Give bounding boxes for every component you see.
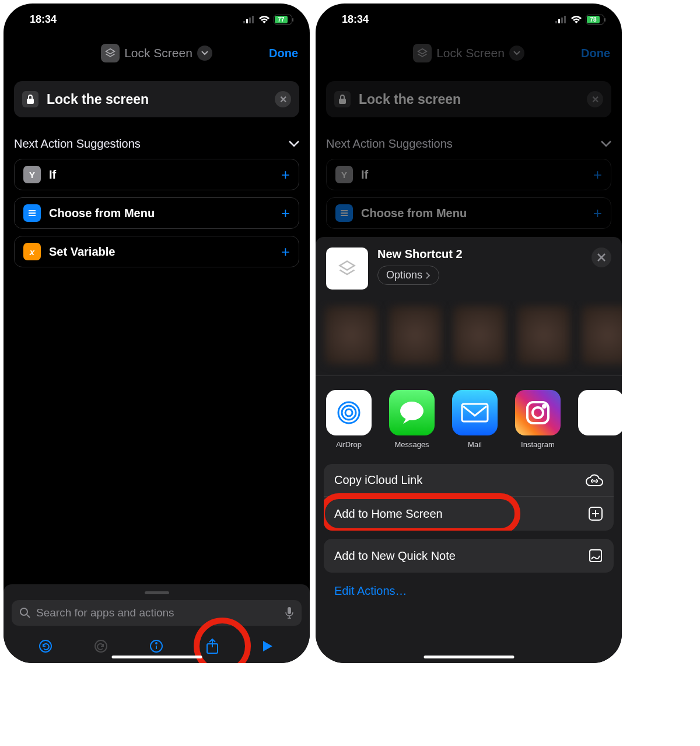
done-button[interactable]: Done	[269, 47, 298, 60]
contact-suggestion[interactable]	[517, 306, 570, 364]
editor-header: Lock Screen Done	[316, 36, 622, 71]
battery-fill: 77	[275, 16, 288, 23]
svg-rect-24	[341, 215, 348, 216]
apps-row[interactable]: AirDrop Messages Mail Instagram	[316, 376, 622, 456]
action-label: Lock the screen	[359, 92, 461, 107]
home-indicator[interactable]	[424, 656, 514, 658]
app-mail[interactable]: Mail	[452, 390, 498, 449]
chevron-down-icon[interactable]	[197, 46, 212, 61]
contact-suggestion[interactable]	[325, 306, 377, 364]
status-bar: 18:34 78	[316, 4, 622, 36]
contact-suggestion[interactable]	[453, 306, 506, 364]
action-label: Add to New Quick Note	[334, 549, 456, 563]
action-label: Add to Home Screen	[334, 507, 443, 521]
search-placeholder: Search for apps and actions	[36, 606, 279, 619]
action-add-quick-note[interactable]: Add to New Quick Note	[324, 539, 614, 573]
home-indicator[interactable]	[111, 656, 202, 658]
battery-fill: 78	[587, 16, 600, 23]
menu-icon	[23, 204, 41, 222]
svg-point-32	[543, 405, 545, 407]
plus-icon: +	[593, 204, 602, 222]
instagram-icon	[515, 390, 561, 435]
action-copy-icloud-link[interactable]: Copy iCloud Link	[324, 464, 614, 496]
app-airdrop[interactable]: AirDrop	[326, 390, 372, 449]
svg-point-26	[342, 406, 356, 420]
svg-point-8	[20, 608, 27, 615]
app-label: AirDrop	[336, 440, 362, 449]
action-label: Lock the screen	[47, 92, 149, 107]
svg-point-14	[156, 643, 157, 644]
svg-rect-4	[27, 99, 34, 104]
branch-icon: Y	[335, 166, 353, 183]
suggestion-label: Set Variable	[49, 245, 115, 259]
options-button[interactable]: Options	[377, 266, 439, 285]
suggestion-if[interactable]: Y If +	[14, 159, 299, 190]
status-right: 78	[555, 15, 604, 25]
airdrop-icon	[326, 390, 372, 435]
search-icon	[20, 608, 30, 618]
contact-suggestion[interactable]	[582, 306, 622, 364]
suggestion-choose-menu[interactable]: Choose from Menu +	[14, 197, 299, 229]
svg-point-28	[400, 402, 424, 420]
info-button[interactable]	[148, 637, 165, 655]
svg-point-25	[345, 409, 352, 416]
status-right: 77	[243, 15, 292, 25]
action-add-home-screen[interactable]: Add to Home Screen	[324, 496, 614, 531]
editor-content: Lock the screen ✕ Next Action Suggestion…	[4, 71, 310, 267]
svg-rect-18	[558, 19, 560, 23]
status-time: 18:34	[30, 13, 57, 26]
chevron-right-icon	[426, 272, 430, 279]
suggestion-if: Y If +	[326, 159, 611, 190]
share-button[interactable]	[204, 637, 221, 655]
share-title-group: New Shortcut 2 Options	[377, 247, 463, 285]
mic-icon[interactable]	[285, 607, 293, 619]
app-messages[interactable]: Messages	[389, 390, 435, 449]
app-label: Mail	[468, 440, 482, 449]
mail-icon	[452, 390, 498, 435]
svg-rect-23	[341, 212, 348, 214]
svg-rect-5	[29, 210, 36, 211]
app-more[interactable]	[578, 390, 622, 449]
battery-icon: 77	[274, 15, 292, 25]
suggestions-header[interactable]: Next Action Suggestions	[14, 137, 299, 151]
edit-actions-button[interactable]: Edit Actions…	[324, 581, 614, 601]
app-icon	[578, 390, 622, 435]
svg-rect-0	[243, 21, 245, 23]
undo-button[interactable]	[37, 637, 54, 655]
svg-rect-1	[246, 19, 248, 23]
share-sheet: New Shortcut 2 Options AirDrop	[316, 237, 622, 663]
cloud-icon	[586, 474, 603, 487]
plus-icon[interactable]: +	[281, 243, 290, 261]
search-sheet: Search for apps and actions	[4, 584, 310, 663]
close-button[interactable]	[592, 247, 611, 267]
wifi-icon	[570, 16, 582, 24]
shortcut-title-button: Lock Screen	[413, 44, 524, 62]
shortcut-title-button[interactable]: Lock Screen	[101, 44, 212, 62]
suggestion-set-variable[interactable]: x Set Variable +	[14, 236, 299, 267]
action-lock-screen[interactable]: Lock the screen ✕	[14, 81, 299, 117]
battery-icon: 78	[586, 15, 604, 25]
app-instagram[interactable]: Instagram	[515, 390, 561, 449]
variable-icon: x	[23, 243, 41, 260]
svg-rect-20	[564, 16, 566, 23]
svg-rect-29	[462, 404, 488, 421]
clear-icon: ✕	[587, 91, 603, 107]
plus-icon[interactable]: +	[281, 166, 290, 184]
run-button[interactable]	[259, 637, 276, 655]
svg-rect-17	[555, 21, 557, 23]
sheet-handle[interactable]	[145, 591, 169, 594]
branch-icon: Y	[23, 166, 41, 183]
svg-rect-22	[341, 210, 348, 211]
action-group: Copy iCloud Link Add to Home Screen	[324, 464, 614, 531]
note-icon	[588, 548, 603, 563]
suggestion-choose-menu: Choose from Menu +	[326, 197, 611, 229]
redo-button	[92, 637, 110, 655]
contacts-row[interactable]	[316, 300, 622, 376]
svg-rect-10	[288, 607, 291, 614]
phone-right: 18:34 78 Lock Screen Done	[316, 4, 622, 663]
clear-icon[interactable]: ✕	[275, 91, 291, 107]
search-input[interactable]: Search for apps and actions	[12, 600, 302, 626]
app-label: Messages	[394, 440, 429, 449]
plus-icon[interactable]: +	[281, 204, 290, 222]
contact-suggestion[interactable]	[389, 306, 442, 364]
